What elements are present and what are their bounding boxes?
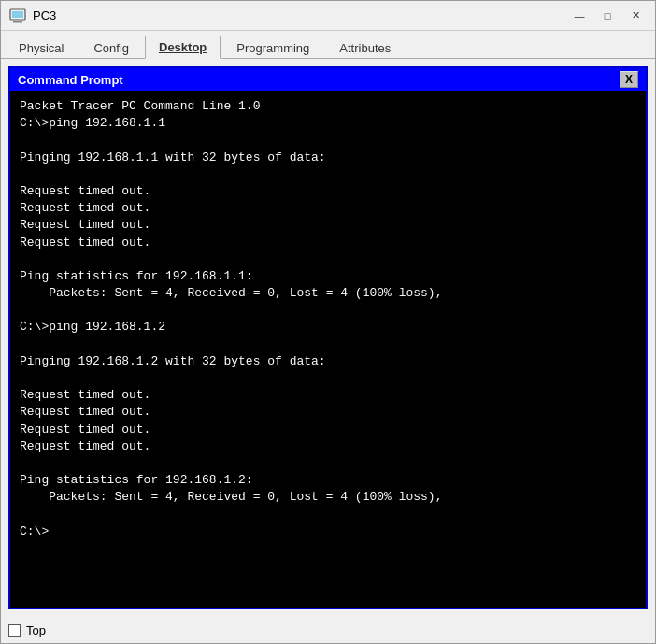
cmd-title-bar: Command Prompt X [10, 68, 646, 91]
minimize-button[interactable]: — [567, 6, 592, 26]
command-prompt-window: Command Prompt X Packet Tracer PC Comman… [8, 66, 648, 609]
bottom-bar: Top [1, 617, 655, 643]
cmd-body[interactable]: Packet Tracer PC Command Line 1.0 C:\>pi… [10, 91, 646, 608]
top-checkbox[interactable] [8, 624, 21, 637]
window-title: PC3 [33, 8, 567, 22]
tab-bar: PhysicalConfigDesktopProgrammingAttribut… [1, 31, 655, 59]
window-controls: — □ ✕ [567, 6, 648, 26]
cmd-close-button[interactable]: X [620, 71, 638, 88]
top-label: Top [26, 623, 46, 637]
svg-rect-2 [15, 20, 21, 21]
main-window: PC3 — □ ✕ PhysicalConfigDesktopProgrammi… [0, 0, 656, 644]
tab-physical[interactable]: Physical [5, 36, 78, 59]
app-icon [8, 7, 27, 25]
tab-desktop[interactable]: Desktop [145, 36, 221, 59]
tab-config[interactable]: Config [79, 36, 143, 59]
main-content: Command Prompt X Packet Tracer PC Comman… [1, 59, 655, 617]
title-bar: PC3 — □ ✕ [1, 1, 655, 31]
tab-programming[interactable]: Programming [222, 36, 323, 59]
tab-attributes[interactable]: Attributes [325, 36, 405, 59]
maximize-button[interactable]: □ [595, 6, 620, 26]
cmd-title-label: Command Prompt [18, 73, 123, 87]
svg-rect-3 [13, 21, 22, 23]
close-button[interactable]: ✕ [623, 6, 648, 26]
svg-rect-1 [12, 11, 23, 18]
